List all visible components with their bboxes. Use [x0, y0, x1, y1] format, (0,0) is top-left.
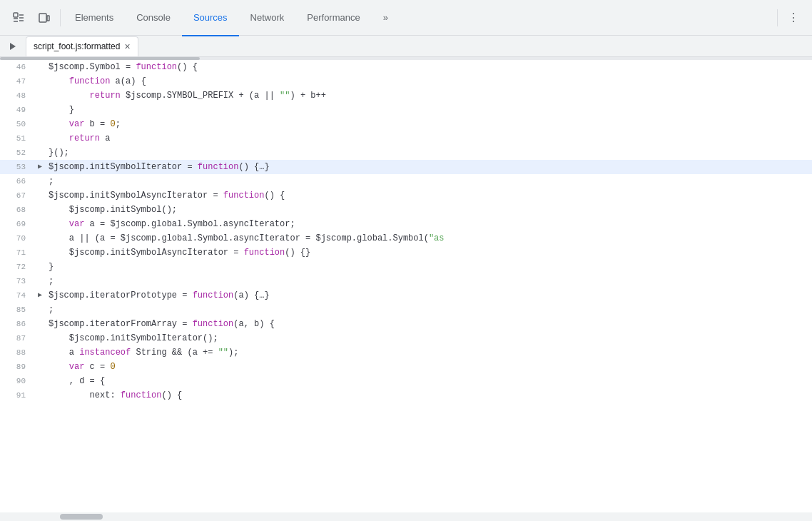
line-code: ; [46, 174, 812, 188]
line-number: 74 [0, 288, 34, 303]
line-code: } [46, 103, 812, 117]
line-code: $jscomp.initSymbol(); [46, 203, 812, 217]
file-tab-close[interactable]: × [124, 41, 130, 51]
line-code: ; [46, 303, 812, 317]
line-number: 51 [0, 131, 34, 146]
line-number: 71 [0, 246, 34, 260]
file-tab-label: script_foot.js:formatted [34, 41, 120, 51]
tab-elements[interactable]: Elements [64, 1, 125, 36]
line-number: 87 [0, 331, 34, 345]
code-line: 66; [0, 174, 812, 188]
line-number: 69 [0, 217, 34, 231]
code-line: 53▶$jscomp.initSymbolIterator = function… [0, 160, 812, 174]
devtools-tab-bar: Elements Console Sources Network Perform… [0, 0, 812, 36]
line-number: 90 [0, 374, 34, 388]
line-code: ; [46, 274, 812, 288]
tab-sources[interactable]: Sources [182, 1, 239, 36]
devtools-menu-btn[interactable]: ⋮ [781, 5, 806, 31]
line-code: }(); [46, 146, 812, 160]
line-number: 68 [0, 203, 34, 217]
tab-console[interactable]: Console [125, 1, 182, 36]
line-collapse-arrow[interactable]: ▶ [34, 160, 46, 174]
code-line: 90 , d = { [0, 374, 812, 388]
code-editor: 46$jscomp.Symbol = function() {47 functi… [0, 60, 812, 521]
line-number: 88 [0, 345, 34, 360]
code-line: 88 a instanceof String && (a += ""); [0, 345, 812, 360]
tab-divider-right [777, 9, 778, 26]
line-code: var c = 0 [46, 360, 812, 374]
line-number: 50 [0, 117, 34, 131]
line-number: 47 [0, 74, 34, 88]
tab-performance[interactable]: Performance [295, 1, 371, 36]
line-number: 48 [0, 88, 34, 103]
line-number: 67 [0, 188, 34, 203]
line-collapse-arrow[interactable]: ▶ [34, 288, 46, 303]
code-line: 74▶$jscomp.iteratorPrototype = function(… [0, 288, 812, 303]
code-line: 91 next: function() { [0, 388, 812, 403]
line-number: 73 [0, 274, 34, 288]
code-line: 68 $jscomp.initSymbol(); [0, 203, 812, 217]
line-code: return a [46, 131, 812, 146]
code-line: 73; [0, 274, 812, 288]
line-number: 85 [0, 303, 34, 317]
line-code: $jscomp.iteratorFromArray = function(a, … [46, 317, 812, 331]
line-code: return $jscomp.SYMBOL_PREFIX + (a || "")… [46, 88, 812, 103]
line-code: $jscomp.iteratorPrototype = function(a) … [46, 288, 812, 303]
file-tab-script[interactable]: script_foot.js:formatted × [26, 36, 138, 56]
horizontal-scrollbar[interactable] [0, 512, 812, 521]
line-number: 86 [0, 317, 34, 331]
code-line: 48 return $jscomp.SYMBOL_PREFIX + (a || … [0, 88, 812, 103]
code-line: 52}(); [0, 146, 812, 160]
line-code: , d = { [46, 374, 812, 388]
line-number: 46 [0, 60, 34, 74]
code-line: 69 var a = $jscomp.global.Symbol.asyncIt… [0, 217, 812, 231]
line-code: a || (a = $jscomp.global.Symbol.asyncIte… [46, 231, 812, 246]
line-code: next: function() { [46, 388, 812, 403]
line-code: function a(a) { [46, 74, 812, 88]
code-line: 85; [0, 303, 812, 317]
svg-rect-1 [39, 14, 46, 22]
code-line: 47 function a(a) { [0, 74, 812, 88]
line-code: $jscomp.initSymbolAsyncIterator = functi… [46, 188, 812, 203]
line-code: $jscomp.initSymbolIterator(); [46, 331, 812, 345]
line-number: 52 [0, 146, 34, 160]
code-line: 70 a || (a = $jscomp.global.Symbol.async… [0, 231, 812, 246]
line-number: 53 [0, 160, 34, 174]
line-number: 49 [0, 103, 34, 117]
line-code: $jscomp.Symbol = function() { [46, 60, 812, 74]
line-number: 66 [0, 174, 34, 188]
line-code: var b = 0; [46, 117, 812, 131]
code-line: 51 return a [0, 131, 812, 146]
line-number: 72 [0, 260, 34, 274]
line-code: } [46, 260, 812, 274]
device-mode-btn[interactable] [31, 5, 57, 31]
line-code: $jscomp.initSymbolIterator = function() … [46, 160, 812, 174]
code-line: 50 var b = 0; [0, 117, 812, 131]
svg-rect-0 [14, 13, 18, 17]
code-line: 67$jscomp.initSymbolAsyncIterator = func… [0, 188, 812, 203]
svg-marker-3 [10, 43, 16, 50]
run-script-btn[interactable] [3, 36, 23, 56]
code-line: 72} [0, 260, 812, 274]
code-line: 49 } [0, 103, 812, 117]
code-line: 46$jscomp.Symbol = function() { [0, 60, 812, 74]
code-line: 89 var c = 0 [0, 360, 812, 374]
inspect-element-btn[interactable] [6, 5, 31, 31]
file-tab-bar: script_foot.js:formatted × [0, 36, 812, 57]
h-scrollbar-thumb [60, 514, 103, 520]
tab-divider [60, 9, 61, 26]
svg-rect-2 [47, 16, 49, 21]
line-code: var a = $jscomp.global.Symbol.asyncItera… [46, 217, 812, 231]
code-line: 86$jscomp.iteratorFromArray = function(a… [0, 317, 812, 331]
line-code: a instanceof String && (a += ""); [46, 345, 812, 360]
line-number: 91 [0, 388, 34, 403]
tab-network[interactable]: Network [239, 1, 296, 36]
line-number: 89 [0, 360, 34, 374]
code-line: 87 $jscomp.initSymbolIterator(); [0, 331, 812, 345]
code-line: 71 $jscomp.initSymbolAsyncIterator = fun… [0, 246, 812, 260]
tab-more[interactable]: » [372, 1, 400, 36]
line-code: $jscomp.initSymbolAsyncIterator = functi… [46, 246, 812, 260]
code-lines-container[interactable]: 46$jscomp.Symbol = function() {47 functi… [0, 60, 812, 512]
line-number: 70 [0, 231, 34, 246]
